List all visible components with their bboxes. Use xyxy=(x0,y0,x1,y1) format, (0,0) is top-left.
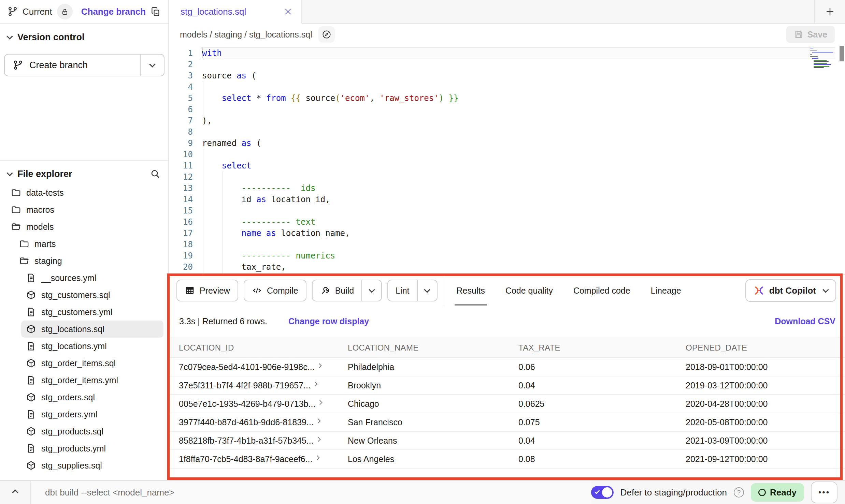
file-item-stg-locations-sql[interactable]: stg_locations.sql xyxy=(21,321,163,338)
file-item-macros[interactable]: macros xyxy=(6,201,163,218)
defer-toggle[interactable] xyxy=(591,486,614,499)
collapse-version-control-icon[interactable] xyxy=(6,33,13,39)
cell-tax_rate: 0.08 xyxy=(509,450,676,468)
expand-cell-icon[interactable] xyxy=(317,363,321,368)
file-item--sources-yml[interactable]: __sources.yml xyxy=(21,269,163,286)
change-branch-link[interactable]: Change branch xyxy=(81,6,146,17)
file-item-stg-locations-yml[interactable]: stg_locations.yml xyxy=(21,338,163,355)
file-item-models[interactable]: models xyxy=(6,218,163,235)
collapse-file-explorer-icon[interactable] xyxy=(6,170,13,176)
table-row[interactable]: 005e7e1c-1935-4269-b479-0713b...Chicago0… xyxy=(170,395,845,413)
file-item-marts[interactable]: marts xyxy=(14,235,163,252)
change-row-display-link[interactable]: Change row display xyxy=(288,316,369,326)
panel-toolbar: Preview Compile Build xyxy=(170,275,845,306)
file-item-label: stg_orders.sql xyxy=(41,392,95,402)
line-number: 2 xyxy=(170,59,193,70)
code-line-9: renamed as ( xyxy=(202,138,835,149)
collapse-command-bar-button[interactable] xyxy=(0,490,30,495)
table-row[interactable]: 37e5f311-b7f4-4f2f-988b-719657...Brookly… xyxy=(170,376,845,395)
expand-cell-icon[interactable] xyxy=(316,437,320,442)
ready-label: Ready xyxy=(770,487,797,498)
preview-button[interactable]: Preview xyxy=(176,280,238,301)
file-item-data-tests[interactable]: data-tests xyxy=(6,184,163,201)
table-row[interactable]: 3977f440-b87d-461b-9dd6-81839...San Fran… xyxy=(170,413,845,432)
cell-value: 2021-03-09T00:00:00 xyxy=(686,436,768,446)
file-item-stg-products-yml[interactable]: stg_products.yml xyxy=(21,440,163,457)
sidebar: Current Change branch Version control Cr… xyxy=(0,0,169,480)
copy-branch-icon[interactable] xyxy=(151,6,161,17)
file-item-stg-supplies-sql[interactable]: stg_supplies.sql xyxy=(21,457,163,474)
file-item-stg-order-items-sql[interactable]: stg_order_items.sql xyxy=(21,355,163,372)
table-row[interactable]: 858218fb-73f7-4b1b-a31f-57b345...New Orl… xyxy=(170,432,845,450)
close-tab-icon[interactable] xyxy=(284,7,292,16)
cell-value: 2020-05-08T00:00:00 xyxy=(686,417,768,427)
breadcrumb[interactable]: models / staging / stg_locations.sql xyxy=(180,30,312,40)
help-icon[interactable]: ? xyxy=(734,487,744,498)
panel-tabs: ResultsCode qualityCompiled codeLineage xyxy=(446,275,691,306)
tab-bar: stg_locations.sql xyxy=(170,0,845,24)
text-cursor xyxy=(202,48,202,58)
minimap-line xyxy=(814,61,829,62)
file-item-staging[interactable]: staging xyxy=(14,252,163,269)
tab-stg-locations-sql[interactable]: stg_locations.sql xyxy=(170,0,302,24)
file-item-label: stg_locations.sql xyxy=(41,324,104,334)
create-branch-button[interactable]: Create branch xyxy=(4,54,164,76)
model-icon xyxy=(26,358,36,368)
minimap[interactable] xyxy=(810,48,835,69)
expand-cell-icon[interactable] xyxy=(315,455,319,460)
tab-compiled-code[interactable]: Compiled code xyxy=(563,275,641,306)
navigate-chip[interactable] xyxy=(318,26,335,43)
download-csv-link[interactable]: Download CSV xyxy=(775,316,835,326)
file-item-label: macros xyxy=(26,205,54,215)
file-tree: data-testsmacrosmodelsmartsstaging__sour… xyxy=(0,184,169,474)
file-item-stg-orders-yml[interactable]: stg_orders.yml xyxy=(21,406,163,423)
new-tab-button[interactable] xyxy=(814,0,845,23)
line-number: 3 xyxy=(170,70,193,81)
expand-cell-icon[interactable] xyxy=(318,400,323,405)
command-bar: dbt build --select <model_name> Defer to… xyxy=(0,480,845,504)
code-token: }} xyxy=(444,93,458,103)
cell-location_name: New Orleans xyxy=(339,432,509,449)
save-button[interactable]: Save xyxy=(786,26,835,43)
tab-code-quality[interactable]: Code quality xyxy=(495,275,563,306)
cell-location_id: 7c079cea-5ed4-4101-906e-9198c... xyxy=(170,358,339,376)
table-row[interactable]: 1f8ffa70-7cb5-4d83-8a7f-9aceef6...Los An… xyxy=(170,450,845,469)
tab-results[interactable]: Results xyxy=(446,275,495,306)
file-item-stg-products-sql[interactable]: stg_products.sql xyxy=(21,423,163,440)
command-input[interactable]: dbt build --select <model_name> xyxy=(30,481,591,504)
file-item-stg-customers-yml[interactable]: stg_customers.yml xyxy=(21,303,163,321)
status-ring-icon xyxy=(758,489,766,496)
search-icon[interactable] xyxy=(150,168,161,179)
ready-status-badge[interactable]: Ready xyxy=(751,483,804,502)
code-editor[interactable]: 123456789101112131415161718192021 withso… xyxy=(170,45,845,274)
file-item-stg-orders-sql[interactable]: stg_orders.sql xyxy=(21,389,163,406)
doc-icon xyxy=(26,307,36,317)
file-item-label: stg_customers.sql xyxy=(41,290,110,300)
lint-button[interactable]: Lint xyxy=(387,280,437,301)
dbt-copilot-button[interactable]: dbt Copilot xyxy=(745,279,836,302)
build-button[interactable]: Build xyxy=(312,280,382,301)
code-token: location_id, xyxy=(266,195,330,204)
dbt-copilot-icon xyxy=(754,285,764,296)
tab-lineage[interactable]: Lineage xyxy=(641,275,691,306)
code-line-8 xyxy=(202,127,835,138)
table-row[interactable]: 7c079cea-5ed4-4101-906e-9198c...Philadel… xyxy=(170,358,845,376)
column-header-tax_rate: TAX_RATE xyxy=(509,338,676,357)
doc-icon xyxy=(26,375,36,385)
create-branch-dropdown[interactable] xyxy=(141,55,164,76)
build-dropdown[interactable] xyxy=(361,280,381,301)
more-options-button[interactable]: ••• xyxy=(811,481,837,503)
file-item-label: stg_supplies.sql xyxy=(41,461,102,471)
file-item-stg-order-items-yml[interactable]: stg_order_items.yml xyxy=(21,372,163,389)
model-icon xyxy=(26,392,36,402)
code-lines[interactable]: withsource as ( select * from {{ source(… xyxy=(202,48,835,274)
code-token: ) xyxy=(439,93,444,103)
file-item-stg-customers-sql[interactable]: stg_customers.sql xyxy=(21,286,163,303)
cell-value: 005e7e1c-1935-4269-b479-0713b... xyxy=(179,399,315,409)
lint-dropdown[interactable] xyxy=(417,280,437,301)
expand-cell-icon[interactable] xyxy=(316,418,320,423)
code-token xyxy=(261,228,266,238)
compile-button[interactable]: Compile xyxy=(244,280,306,301)
expand-cell-icon[interactable] xyxy=(313,382,317,386)
editor-scrollbar-thumb[interactable] xyxy=(840,46,844,61)
